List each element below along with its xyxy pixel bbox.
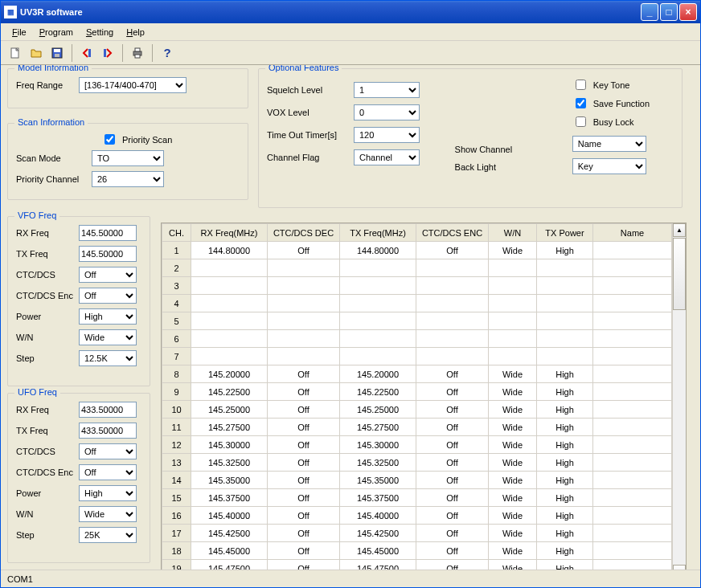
- cell-dec[interactable]: Off: [268, 489, 340, 507]
- cell-enc[interactable]: Off: [416, 436, 489, 454]
- cell-power[interactable]: High: [537, 525, 593, 542]
- ufo-ctcdcs-enc-select[interactable]: Off: [79, 464, 137, 480]
- cell-rx[interactable]: 145.20000: [191, 365, 268, 383]
- cell-dec[interactable]: Off: [268, 242, 340, 259]
- cell-name[interactable]: [593, 330, 672, 348]
- cell-ch[interactable]: 4: [162, 295, 191, 312]
- cell-rx[interactable]: 145.47500: [191, 560, 268, 570]
- cell-power[interactable]: High: [537, 472, 593, 489]
- cell-power[interactable]: [537, 259, 593, 277]
- cell-enc[interactable]: Off: [416, 489, 489, 507]
- cell-wn[interactable]: [489, 277, 537, 295]
- titlebar[interactable]: ▦ UV3R software _ □ ×: [1, 1, 700, 23]
- cell-power[interactable]: High: [537, 542, 593, 560]
- cell-power[interactable]: High: [537, 507, 593, 525]
- cell-tx[interactable]: 145.30000: [340, 436, 416, 454]
- cell-power[interactable]: High: [537, 401, 593, 419]
- cell-power[interactable]: High: [537, 383, 593, 401]
- cell-wn[interactable]: [489, 312, 537, 330]
- cell-enc[interactable]: [416, 259, 489, 277]
- table-row[interactable]: 6: [162, 330, 672, 348]
- cell-rx[interactable]: 144.80000: [191, 242, 268, 259]
- cell-enc[interactable]: Off: [416, 383, 489, 401]
- cell-ch[interactable]: 1: [162, 242, 191, 259]
- cell-ch[interactable]: 13: [162, 454, 191, 472]
- squelch-select[interactable]: 1: [354, 82, 420, 98]
- cell-power[interactable]: [537, 312, 593, 330]
- minimize-button[interactable]: _: [641, 3, 658, 21]
- cell-wn[interactable]: Wide: [489, 560, 537, 570]
- table-row[interactable]: 19145.47500Off145.47500OffWideHigh: [162, 560, 672, 570]
- cell-power[interactable]: [537, 348, 593, 365]
- table-row[interactable]: 12145.30000Off145.30000OffWideHigh: [162, 436, 672, 454]
- cell-wn[interactable]: Wide: [489, 419, 537, 436]
- col-enc[interactable]: CTC/DCS ENC: [416, 224, 489, 242]
- cell-dec[interactable]: Off: [268, 383, 340, 401]
- cell-name[interactable]: [593, 560, 672, 570]
- cell-dec[interactable]: [268, 312, 340, 330]
- chflag-select[interactable]: Channel Mode: [354, 149, 420, 165]
- menu-setting[interactable]: Setting: [80, 26, 120, 39]
- cell-rx[interactable]: 145.40000: [191, 507, 268, 525]
- cell-enc[interactable]: Off: [416, 365, 489, 383]
- cell-wn[interactable]: Wide: [489, 542, 537, 560]
- table-row[interactable]: 5: [162, 312, 672, 330]
- cell-wn[interactable]: [489, 330, 537, 348]
- table-row[interactable]: 15145.37500Off145.37500OffWideHigh: [162, 489, 672, 507]
- menu-program[interactable]: Program: [33, 26, 80, 39]
- cell-dec[interactable]: Off: [268, 419, 340, 436]
- cell-rx[interactable]: [191, 295, 268, 312]
- table-row[interactable]: 4: [162, 295, 672, 312]
- col-rx[interactable]: RX Freq(MHz): [191, 224, 268, 242]
- cell-ch[interactable]: 11: [162, 419, 191, 436]
- cell-wn[interactable]: Wide: [489, 525, 537, 542]
- table-row[interactable]: 8145.20000Off145.20000OffWideHigh: [162, 365, 672, 383]
- cell-power[interactable]: High: [537, 560, 593, 570]
- table-row[interactable]: 1144.80000Off144.80000OffWideHigh: [162, 242, 672, 259]
- table-row[interactable]: 16145.40000Off145.40000OffWideHigh: [162, 507, 672, 525]
- cell-ch[interactable]: 9: [162, 383, 191, 401]
- table-row[interactable]: 9145.22500Off145.22500OffWideHigh: [162, 383, 672, 401]
- cell-name[interactable]: [593, 348, 672, 365]
- cell-name[interactable]: [593, 312, 672, 330]
- cell-tx[interactable]: 144.80000: [340, 242, 416, 259]
- cell-tx[interactable]: 145.37500: [340, 489, 416, 507]
- cell-rx[interactable]: 145.35000: [191, 472, 268, 489]
- col-name[interactable]: Name: [593, 224, 672, 242]
- cell-enc[interactable]: Off: [416, 542, 489, 560]
- cell-name[interactable]: [593, 277, 672, 295]
- cell-tx[interactable]: [340, 348, 416, 365]
- cell-enc[interactable]: Off: [416, 401, 489, 419]
- cell-tx[interactable]: 145.47500: [340, 560, 416, 570]
- cell-tx[interactable]: [340, 259, 416, 277]
- cell-tx[interactable]: 145.25000: [340, 401, 416, 419]
- cell-name[interactable]: [593, 507, 672, 525]
- cell-dec[interactable]: Off: [268, 507, 340, 525]
- ufo-rx-input[interactable]: [79, 402, 137, 418]
- cell-ch[interactable]: 17: [162, 525, 191, 542]
- table-row[interactable]: 3: [162, 277, 672, 295]
- cell-enc[interactable]: [416, 348, 489, 365]
- cell-name[interactable]: [593, 472, 672, 489]
- cell-rx[interactable]: 145.25000: [191, 401, 268, 419]
- cell-rx[interactable]: [191, 259, 268, 277]
- cell-rx[interactable]: [191, 277, 268, 295]
- cell-dec[interactable]: Off: [268, 472, 340, 489]
- cell-enc[interactable]: Off: [416, 419, 489, 436]
- cell-wn[interactable]: [489, 295, 537, 312]
- cell-name[interactable]: [593, 365, 672, 383]
- col-dec[interactable]: CTC/DCS DEC: [268, 224, 340, 242]
- cell-power[interactable]: High: [537, 454, 593, 472]
- freq-range-select[interactable]: [136-174/400-470]: [79, 77, 187, 93]
- save-button[interactable]: [47, 43, 67, 63]
- priority-channel-select[interactable]: 26: [92, 171, 164, 187]
- cell-ch[interactable]: 15: [162, 489, 191, 507]
- cell-wn[interactable]: Wide: [489, 489, 537, 507]
- table-row[interactable]: 13145.32500Off145.32500OffWideHigh: [162, 454, 672, 472]
- cell-power[interactable]: High: [537, 436, 593, 454]
- cell-ch[interactable]: 7: [162, 348, 191, 365]
- scroll-thumb[interactable]: [673, 238, 686, 310]
- cell-wn[interactable]: Wide: [489, 242, 537, 259]
- savefunc-checkbox[interactable]: [576, 98, 586, 108]
- cell-dec[interactable]: [268, 259, 340, 277]
